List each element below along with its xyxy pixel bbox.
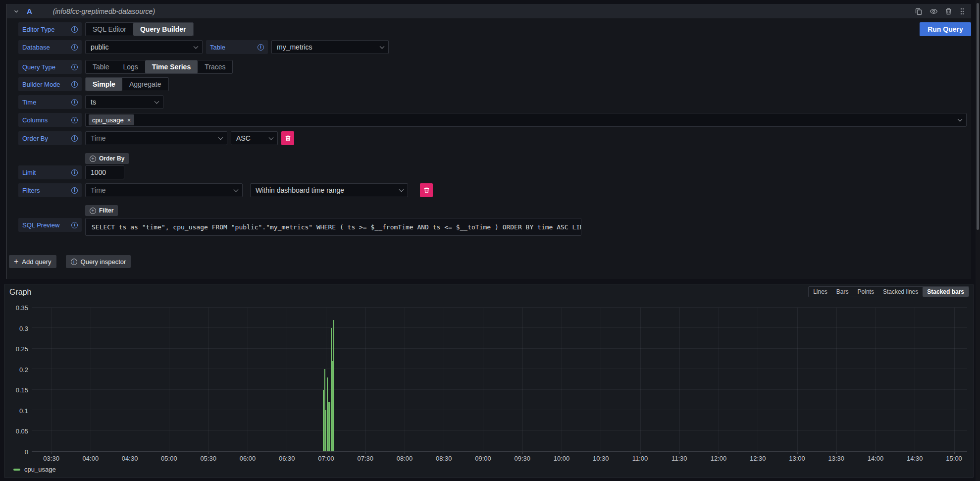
filter-condition-select[interactable]: Within dashboard time range [250, 183, 408, 197]
x-tick-label: 07:00 [318, 455, 334, 462]
sql-preview-box[interactable]: SELECT ts as "time", cpu_usage FROM "pub… [85, 218, 581, 236]
table-value: my_metrics [277, 43, 312, 51]
plus-circle-icon: + [90, 156, 96, 162]
v-gridline [405, 308, 405, 451]
info-icon[interactable]: i [71, 26, 78, 33]
x-tick-mark [915, 452, 915, 454]
info-icon[interactable]: i [71, 64, 78, 70]
remove-column-icon[interactable]: × [127, 116, 131, 124]
remove-order-by-button[interactable] [281, 131, 294, 145]
v-gridline [169, 308, 169, 451]
limit-row: Limit i [18, 165, 124, 179]
query-type-traces[interactable]: Traces [198, 60, 232, 73]
x-tick-label: 13:00 [789, 455, 805, 462]
mode-stacked-bars[interactable]: Stacked bars [923, 287, 969, 297]
x-tick-mark [679, 452, 680, 454]
time-label: Time i [18, 95, 82, 109]
info-icon[interactable]: i [71, 187, 78, 194]
x-tick-label: 06:00 [240, 455, 256, 462]
database-value: public [91, 43, 109, 51]
editor-type-label: Editor Type i [18, 22, 82, 36]
info-icon[interactable]: i [71, 81, 78, 88]
plot-area[interactable] [32, 308, 967, 452]
editor-footer-row: + Add query i Query inspector [9, 255, 131, 268]
run-query-button[interactable]: Run Query [920, 22, 971, 36]
v-gridline [562, 308, 562, 451]
filter-field-select[interactable]: Time [85, 183, 243, 197]
query-type-label: Query Type i [18, 60, 82, 74]
x-tick-mark [562, 452, 562, 454]
filters-label: Filters i [18, 183, 82, 197]
database-select[interactable]: public [85, 40, 203, 54]
x-tick-label: 08:00 [397, 455, 413, 462]
x-tick-label: 03:30 [43, 455, 59, 462]
x-tick-mark [248, 452, 248, 454]
order-by-direction-select[interactable]: ASC [231, 131, 278, 145]
y-tick-label: 0.15 [4, 386, 28, 394]
mode-stacked-lines[interactable]: Stacked lines [878, 287, 923, 297]
remove-filter-button[interactable] [420, 183, 433, 197]
duplicate-icon[interactable] [915, 7, 923, 15]
collapse-chevron-icon[interactable] [13, 8, 20, 15]
query-type-table[interactable]: Table [86, 60, 116, 73]
x-tick-label: 12:30 [750, 455, 766, 462]
y-tick-label: 0.05 [4, 428, 28, 435]
page-scrollbar-track[interactable] [976, 0, 980, 481]
chevron-down-icon [269, 135, 274, 140]
info-icon[interactable]: i [71, 44, 78, 51]
chevron-down-icon [380, 44, 385, 49]
query-type-logs[interactable]: Logs [116, 60, 145, 73]
columns-multiselect[interactable]: cpu_usage × [85, 113, 967, 127]
editor-type-sql-editor[interactable]: SQL Editor [86, 23, 133, 36]
builder-mode-label: Builder Mode i [18, 77, 82, 91]
graph-panel: Graph Lines Bars Points Stacked lines St… [4, 284, 974, 478]
order-by-field-select[interactable]: Time [85, 131, 227, 145]
mode-bars[interactable]: Bars [832, 287, 853, 297]
builder-mode-aggregate[interactable]: Aggregate [122, 78, 168, 91]
page-scrollbar-thumb[interactable] [977, 3, 979, 230]
info-icon[interactable]: i [258, 44, 264, 51]
filters-row: Filters i Time Within dashboard time ran… [18, 183, 433, 197]
x-tick-label: 09:30 [514, 455, 530, 462]
chevron-down-icon [194, 44, 199, 49]
query-row-header[interactable]: A (info8fcc-greptimedb-datasource) [7, 4, 971, 18]
query-type-time-series[interactable]: Time Series [145, 60, 198, 73]
plus-icon: + [14, 257, 18, 266]
x-tick-mark [640, 452, 641, 454]
builder-mode-simple[interactable]: Simple [86, 78, 122, 91]
info-icon[interactable]: i [71, 169, 78, 176]
query-inspector-button[interactable]: i Query inspector [66, 255, 131, 268]
eye-icon[interactable] [929, 7, 938, 15]
trash-icon[interactable] [945, 7, 952, 15]
legend-item-cpu-usage[interactable]: cpu_usage [13, 466, 56, 473]
add-query-button[interactable]: + Add query [9, 255, 56, 268]
limit-input[interactable] [85, 165, 124, 179]
editor-type-toggle: SQL Editor Query Builder [85, 22, 194, 36]
h-gridline [32, 348, 967, 349]
info-icon[interactable]: i [71, 222, 78, 228]
x-tick-label: 05:30 [200, 455, 216, 462]
info-icon[interactable]: i [71, 99, 78, 106]
add-order-by-button[interactable]: + Order By [85, 153, 129, 164]
editor-type-query-builder[interactable]: Query Builder [133, 23, 193, 36]
info-icon[interactable]: i [71, 135, 78, 142]
info-icon[interactable]: i [71, 117, 78, 123]
drag-handle-icon[interactable] [959, 7, 965, 15]
add-filter-button[interactable]: + Filter [85, 205, 118, 216]
v-gridline [836, 308, 837, 451]
y-tick-label: 0.25 [4, 345, 28, 353]
query-editor-section: A (info8fcc-greptimedb-datasource) [7, 4, 971, 279]
v-gridline [876, 308, 876, 451]
query-letter: A [27, 7, 32, 15]
chevron-down-icon [234, 187, 239, 192]
legend-series-label: cpu_usage [24, 466, 56, 473]
mode-points[interactable]: Points [853, 287, 878, 297]
time-select[interactable]: ts [85, 95, 163, 109]
builder-mode-toggle: Simple Aggregate [85, 77, 169, 91]
database-label: Database i [18, 40, 82, 54]
x-tick-label: 07:30 [357, 455, 373, 462]
h-gridline [32, 451, 967, 451]
table-select[interactable]: my_metrics [271, 40, 389, 54]
mode-lines[interactable]: Lines [809, 287, 832, 297]
h-gridline [32, 307, 967, 308]
